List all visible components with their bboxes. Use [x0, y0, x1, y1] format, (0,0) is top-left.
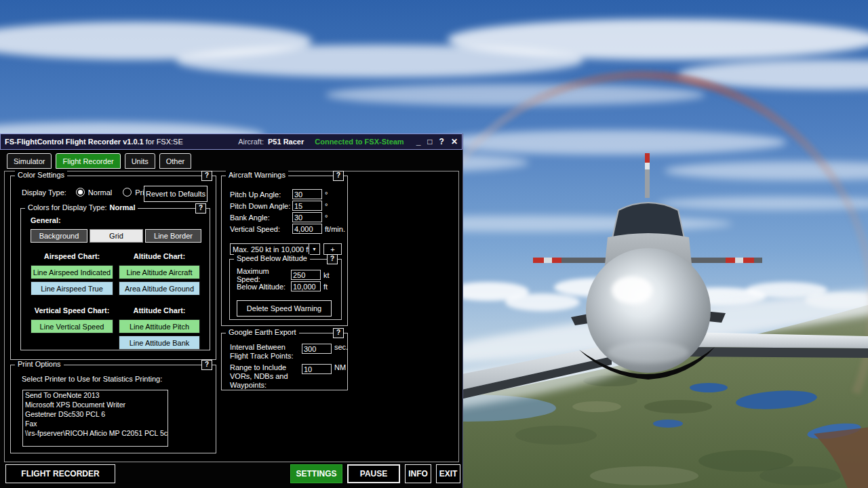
pause-button[interactable]: PAUSE	[347, 464, 400, 483]
bank-angle-row: Bank Angle: °	[230, 211, 342, 223]
field-label: Interval Between Flight Track Points:	[230, 343, 302, 361]
add-speed-warning-button[interactable]: +	[323, 243, 342, 255]
attitude-chart-label: Attitude Chart:	[119, 306, 200, 314]
field-unit: ft	[323, 283, 328, 291]
group-title: Colors for Display Type:Normal	[25, 203, 138, 211]
selected-speed-warning: Max. 250 kt in 10,000 ft.	[231, 245, 309, 253]
field-unit: ft/min.	[325, 225, 345, 233]
speed-below-altitude-group: Speed Below Altitude ? Maximum Speed: kt…	[229, 259, 342, 320]
line-attitude-bank-button[interactable]: Line Attitude Bank	[119, 336, 200, 350]
tab-flight-recorder[interactable]: Flight Recorder	[56, 153, 120, 169]
printer-list-item[interactable]: Microsoft XPS Document Writer	[23, 400, 167, 409]
pitch-up-angle-row: Pitch Up Angle: °	[230, 188, 342, 200]
line-vertical-speed-button[interactable]: Line Vertical Speed	[31, 319, 113, 333]
navaid-range-row: Range to Include VORs, NDBs and Waypoint…	[230, 363, 343, 390]
altitude-chart-label: Altitude Chart:	[119, 252, 200, 260]
pitch-down-angle-input[interactable]	[292, 201, 322, 211]
maximum-speed-row: Maximum Speed: kt	[237, 269, 337, 281]
aircraft-name: P51 Racer	[268, 138, 304, 146]
tab-other[interactable]: Other	[159, 153, 192, 169]
field-unit: °	[325, 202, 328, 210]
titlebar[interactable]: FS-FlightControl Flight Recorder v1.0.1 …	[0, 134, 462, 150]
help-icon[interactable]: ?	[327, 254, 338, 264]
field-label: Range to Include VORs, NDBs and Waypoint…	[230, 363, 302, 390]
flight-recorder-window: FS-FlightControl Flight Recorder v1.0.1 …	[0, 134, 463, 488]
field-label: Pitch Down Angle:	[230, 202, 292, 210]
revert-to-defaults-button[interactable]: Revert to Defaults	[144, 186, 208, 202]
pitch-up-angle-input[interactable]	[292, 189, 322, 199]
help-icon[interactable]: ?	[201, 171, 212, 181]
maximize-icon[interactable]: □	[427, 137, 432, 146]
field-label: Below Altitude:	[237, 283, 291, 291]
grid-color-button[interactable]: Grid	[90, 229, 143, 243]
select-printer-label: Select Printer to Use for Statistics Pri…	[22, 375, 162, 383]
tab-units[interactable]: Units	[125, 153, 155, 169]
radio-label: Normal	[88, 188, 112, 197]
window-title-suffix: for FSX:SE	[146, 138, 183, 146]
radio-display-normal[interactable]: Normal	[76, 188, 112, 197]
pitch-down-angle-row: Pitch Down Angle: °	[230, 200, 342, 211]
field-label: Maximum Speed:	[237, 267, 291, 283]
info-button[interactable]: INFO	[405, 464, 431, 483]
field-unit: °	[325, 214, 328, 222]
tabbar: Simulator Flight Recorder Units Other	[0, 150, 462, 169]
help-icon[interactable]: ?	[333, 328, 344, 338]
vertical-speed-row: Vertical Speed: ft/min.	[230, 223, 342, 235]
flight-recorder-button[interactable]: FLIGHT RECORDER	[5, 464, 115, 483]
line-attitude-pitch-button[interactable]: Line Attitude Pitch	[119, 319, 200, 333]
exit-button[interactable]: EXIT	[436, 464, 460, 483]
field-label: Pitch Up Angle:	[230, 190, 292, 199]
maximum-speed-input[interactable]	[291, 270, 321, 280]
tab-simulator[interactable]: Simulator	[7, 153, 52, 169]
delete-speed-warning-button[interactable]: Delete Speed Warning	[237, 300, 332, 317]
settings-button[interactable]: SETTINGS	[290, 464, 342, 483]
color-settings-group: Color Settings ? Display Type: Normal Pr…	[10, 176, 216, 360]
chevron-down-icon[interactable]: ▼	[309, 244, 319, 254]
group-title: Print Options	[15, 360, 64, 368]
aircraft-label: Aircraft:	[238, 138, 264, 146]
window-title: FS-FlightControl Flight Recorder v1.0.1	[5, 138, 144, 146]
colors-for-display-type-group: Colors for Display Type:Normal ? General…	[20, 208, 210, 350]
line-airspeed-true-button[interactable]: Line Airspeed True	[31, 281, 113, 296]
field-unit: NM	[334, 363, 346, 371]
field-label: Bank Angle:	[230, 214, 292, 222]
line-border-color-button[interactable]: Line Border	[145, 229, 201, 243]
help-icon[interactable]: ?	[201, 360, 212, 370]
airspeed-chart-label: Airspeed Chart:	[31, 252, 113, 260]
radio-icon	[123, 188, 132, 197]
vertical-speed-input[interactable]	[292, 224, 322, 234]
background-color-button[interactable]: Background	[31, 229, 87, 243]
printer-list[interactable]: Send To OneNote 2013 Microsoft XPS Docum…	[22, 390, 168, 447]
group-title: Google Earth Export	[226, 328, 299, 336]
printer-list-item[interactable]: \\rs-fpserver\RICOH Aficio MP C2051 PCL …	[23, 428, 167, 438]
aircraft-warnings-group: Aircraft Warnings ? Pitch Up Angle: ° Pi…	[221, 176, 348, 326]
tab-content: Color Settings ? Display Type: Normal Pr…	[4, 171, 459, 462]
window-help-icon[interactable]: ?	[439, 137, 444, 146]
field-unit: sec.	[334, 343, 348, 351]
close-icon[interactable]: ✕	[451, 137, 458, 146]
field-label: Vertical Speed:	[230, 225, 292, 233]
connection-status: Connected to FSX-Steam	[315, 138, 403, 146]
line-airspeed-indicated-button[interactable]: Line Airspeed Indicated	[31, 265, 113, 279]
line-altitude-aircraft-button[interactable]: Line Altitude Aircraft	[119, 265, 200, 279]
google-earth-export-group: Google Earth Export ? Interval Between F…	[221, 333, 348, 390]
help-icon[interactable]: ?	[195, 203, 206, 214]
navaid-range-input[interactable]	[302, 364, 332, 374]
speed-warning-select[interactable]: Max. 250 kt in 10,000 ft. ▼	[230, 243, 320, 255]
group-title: Color Settings	[15, 171, 67, 179]
printer-list-item[interactable]: Fax	[23, 419, 167, 428]
printer-list-item[interactable]: Send To OneNote 2013	[23, 390, 167, 400]
printer-list-item[interactable]: Gestetner DSc530 PCL 6	[23, 409, 167, 419]
minimize-icon[interactable]: _	[416, 137, 421, 146]
general-label: General:	[31, 216, 61, 224]
field-unit: kt	[323, 271, 330, 279]
group-title: Speed Below Altitude	[234, 254, 310, 262]
radio-icon	[76, 188, 85, 197]
bank-angle-input[interactable]	[292, 212, 322, 222]
group-title: Aircraft Warnings	[226, 171, 288, 179]
display-type-label: Display Type:	[22, 188, 66, 197]
help-icon[interactable]: ?	[333, 171, 344, 181]
track-interval-input[interactable]	[302, 344, 332, 354]
below-altitude-input[interactable]	[291, 281, 321, 291]
area-altitude-ground-button[interactable]: Area Altitude Ground	[119, 281, 200, 296]
